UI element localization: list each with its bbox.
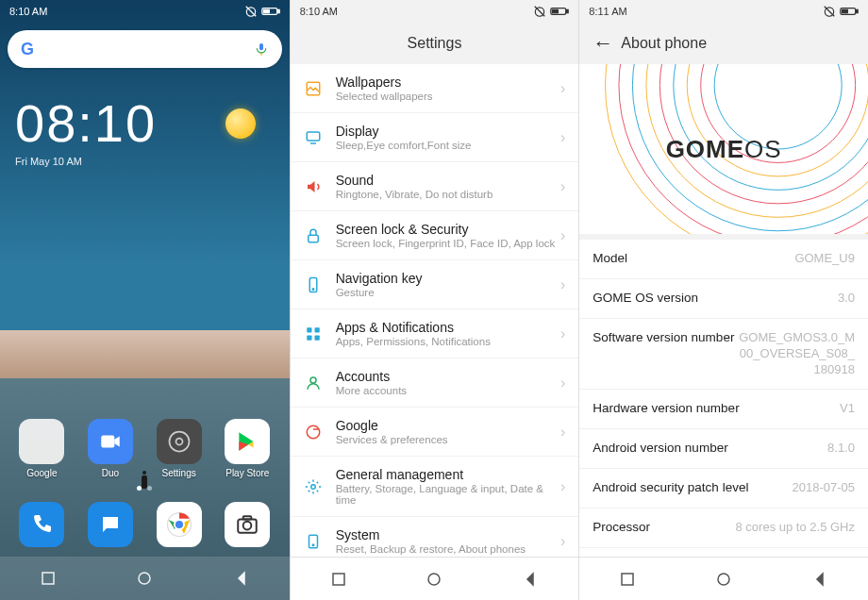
about-value: 8.1.0 bbox=[827, 441, 855, 457]
dock-chrome[interactable] bbox=[149, 502, 209, 547]
about-item[interactable]: Processor 8 cores up to 2.5 GHz bbox=[579, 508, 868, 548]
about-item[interactable]: Hardware version number V1 bbox=[579, 390, 868, 429]
svg-point-9 bbox=[169, 432, 189, 452]
chevron-right-icon: › bbox=[560, 375, 565, 392]
about-label: Model bbox=[593, 251, 627, 265]
settings-item-apps[interactable]: Apps & Notifications Apps, Permissions, … bbox=[291, 309, 579, 358]
svg-point-8 bbox=[175, 439, 182, 445]
about-label: Android version number bbox=[593, 441, 727, 455]
svg-rect-7 bbox=[101, 436, 114, 448]
clock-widget[interactable]: 08:10 Fri May 10 AM bbox=[0, 75, 290, 167]
svg-rect-15 bbox=[243, 516, 252, 519]
dock-messages[interactable] bbox=[80, 502, 141, 547]
svg-rect-5 bbox=[259, 43, 263, 50]
nav-back-button[interactable] bbox=[519, 568, 542, 591]
chevron-right-icon: › bbox=[560, 325, 565, 342]
about-item[interactable]: Android security patch level 2018-07-05 bbox=[579, 469, 868, 508]
status-time: 8:10 AM bbox=[9, 6, 47, 17]
settings-item-title: Sound bbox=[336, 173, 560, 188]
clock-date: Fri May 10 AM bbox=[15, 156, 275, 167]
app-google-folder[interactable]: Google bbox=[11, 419, 72, 478]
folder-icon bbox=[19, 419, 64, 464]
chevron-right-icon: › bbox=[560, 227, 565, 244]
svg-rect-43 bbox=[856, 9, 858, 12]
svg-rect-21 bbox=[567, 9, 569, 12]
nav-back-button[interactable] bbox=[230, 567, 253, 590]
nav-recent-button[interactable] bbox=[327, 568, 350, 591]
svg-rect-22 bbox=[553, 9, 559, 12]
navigation-bar bbox=[291, 557, 579, 600]
gear-icon bbox=[157, 419, 202, 464]
nav-icon bbox=[304, 275, 323, 294]
app-label: Google bbox=[26, 468, 57, 478]
play-store-icon bbox=[225, 419, 270, 464]
about-item[interactable]: GOME OS version 3.0 bbox=[579, 279, 868, 319]
chrome-icon bbox=[157, 502, 202, 547]
battery-icon bbox=[840, 6, 859, 17]
back-button[interactable]: ← bbox=[593, 31, 613, 56]
settings-item-nav[interactable]: Navigation key Gesture › bbox=[291, 260, 579, 309]
settings-item-title: Navigation key bbox=[336, 271, 560, 286]
app-label: Play Store bbox=[225, 468, 269, 478]
apps-icon bbox=[304, 325, 323, 343]
svg-rect-44 bbox=[842, 9, 847, 12]
about-label: Software version number bbox=[593, 330, 734, 344]
nav-back-button[interactable] bbox=[809, 568, 831, 591]
settings-item-google[interactable]: Google Services & preferences › bbox=[291, 408, 579, 457]
chevron-right-icon: › bbox=[560, 478, 565, 495]
svg-point-39 bbox=[428, 574, 440, 585]
about-value: GOME_GMOS3.0_M00_OVERSEA_S08_180918 bbox=[734, 330, 855, 378]
voice-search-icon[interactable] bbox=[254, 42, 269, 57]
app-label: Duo bbox=[102, 468, 119, 478]
svg-rect-16 bbox=[42, 573, 54, 584]
settings-item-subtitle: Gesture bbox=[336, 287, 560, 298]
status-bar: 8:11 AM bbox=[579, 0, 868, 23]
app-duo[interactable]: Duo bbox=[80, 419, 141, 478]
svg-rect-3 bbox=[277, 9, 279, 12]
app-playstore[interactable]: Play Store bbox=[217, 419, 277, 478]
about-value: 3.0 bbox=[838, 291, 855, 307]
about-item[interactable]: Android version number 8.1.0 bbox=[579, 429, 868, 469]
about-item[interactable]: RAM 6.00GB bbox=[579, 548, 868, 557]
settings-item-wallpaper[interactable]: Wallpapers Selected wallpapers › bbox=[291, 64, 579, 113]
svg-point-33 bbox=[310, 377, 316, 383]
settings-item-gear[interactable]: General management Battery, Storage, Lan… bbox=[291, 457, 579, 517]
page-title: About phone bbox=[621, 35, 707, 52]
settings-item-subtitle: Battery, Storage, Language & input, Date… bbox=[336, 483, 560, 506]
nav-recent-button[interactable] bbox=[37, 567, 59, 590]
nav-home-button[interactable] bbox=[133, 567, 156, 590]
settings-item-lock[interactable]: Screen lock & Security Screen lock, Fing… bbox=[291, 211, 579, 260]
google-search-bar[interactable]: G bbox=[8, 30, 282, 68]
sound-icon bbox=[304, 177, 323, 196]
settings-item-accounts[interactable]: Accounts More accounts › bbox=[291, 358, 579, 408]
navigation-bar bbox=[0, 557, 290, 600]
brand-logo: GOMEOS bbox=[666, 135, 782, 164]
chevron-right-icon: › bbox=[560, 80, 565, 97]
about-value: 8 cores up to 2.5 GHz bbox=[736, 520, 855, 536]
chevron-right-icon: › bbox=[560, 276, 565, 293]
page-title: Settings bbox=[408, 35, 462, 52]
about-item[interactable]: Model GOME_U9 bbox=[579, 240, 868, 279]
google-logo-icon: G bbox=[21, 40, 34, 59]
dock-camera[interactable] bbox=[217, 502, 277, 547]
nav-home-button[interactable] bbox=[712, 568, 735, 591]
nav-home-button[interactable] bbox=[423, 568, 445, 591]
settings-item-display[interactable]: Display Sleep,Eye comfort,Font size › bbox=[291, 113, 579, 162]
settings-item-title: Screen lock & Security bbox=[336, 222, 560, 237]
navigation-bar bbox=[579, 557, 868, 600]
nav-recent-button[interactable] bbox=[616, 568, 639, 591]
wallpaper-icon bbox=[304, 79, 323, 98]
settings-item-sound[interactable]: Sound Ringtone, Vibrate, Do not disturb … bbox=[291, 162, 579, 211]
svg-point-12 bbox=[175, 520, 184, 529]
svg-rect-29 bbox=[307, 327, 311, 332]
alarm-off-icon bbox=[533, 5, 546, 18]
svg-rect-54 bbox=[622, 574, 633, 585]
status-bar: 8:10 AM bbox=[291, 0, 579, 23]
settings-item-system[interactable]: System Reset, Backup & restore, About ph… bbox=[291, 517, 579, 557]
chevron-right-icon: › bbox=[560, 424, 565, 441]
app-settings[interactable]: Settings bbox=[149, 419, 209, 478]
system-icon bbox=[304, 532, 323, 551]
about-hero: GOMEOS bbox=[579, 64, 868, 234]
about-item[interactable]: Software version number GOME_GMOS3.0_M00… bbox=[579, 319, 868, 391]
dock-phone[interactable] bbox=[11, 502, 72, 547]
